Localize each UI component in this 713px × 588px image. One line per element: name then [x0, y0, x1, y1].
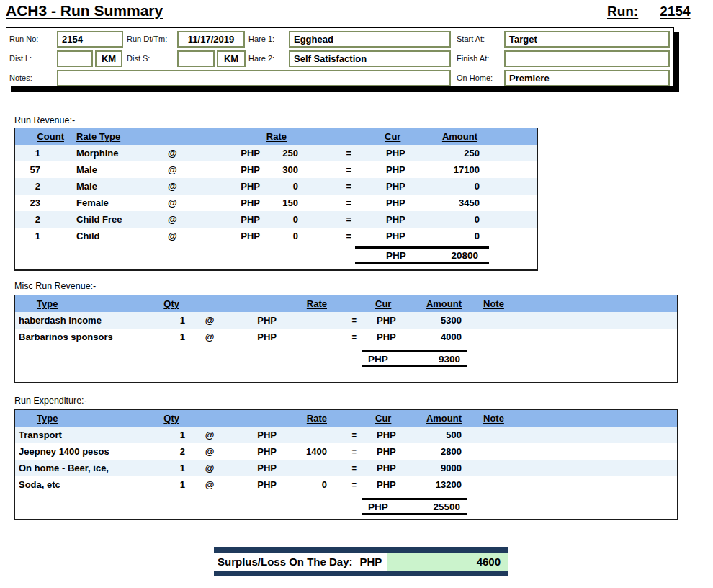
type-cell: Child Free	[66, 214, 166, 225]
revenue-row: 2 Male @ PHP 0 = PHP 0	[15, 178, 537, 195]
equals-cell: =	[300, 197, 372, 208]
currency-cell: PHP	[375, 315, 415, 326]
revenue-row: 23 Female @ PHP 150 = PHP 3450	[15, 195, 537, 211]
misc-header-amount: Amount	[415, 298, 462, 309]
qty-cell: 1	[138, 315, 188, 326]
currency-cell: PHP	[372, 164, 411, 175]
revenue-total-amount: 20800	[451, 250, 478, 261]
at-cell: @	[188, 479, 231, 490]
qty-cell: 2	[138, 446, 188, 457]
misc-header-cur: Cur	[375, 298, 415, 309]
expenditure-row: Transport 1 @ PHP = PHP 500	[15, 427, 677, 443]
currency-cell: PHP	[375, 446, 415, 457]
amount-cell: 4000	[415, 331, 462, 342]
count-cell: 2	[15, 214, 66, 225]
currency-cell: PHP	[372, 197, 411, 208]
revenue-header-type: Rate Type	[66, 131, 166, 142]
amount-cell: 0	[411, 181, 480, 192]
at-cell: @	[166, 214, 210, 225]
run-reference-label: Run:	[607, 4, 638, 19]
expenditure-header-amount: Amount	[415, 413, 462, 424]
qty-cell: 1	[138, 331, 188, 342]
run-header-box: Run No: 2154 Run Dt/Tm: 11/17/2019 Hare …	[6, 27, 674, 86]
misc-total-amount: 9300	[439, 354, 460, 365]
misc-header-note: Note	[462, 298, 677, 309]
qty-cell: 1	[138, 463, 188, 473]
run-dt-label: Run Dt/Tm:	[127, 35, 167, 43]
expenditure-header-row: Type Qty Rate Cur Amount Note	[15, 410, 677, 427]
misc-section-label: Misc Run Revenue:-	[14, 281, 96, 291]
rate-currency-cell: PHP	[231, 446, 285, 457]
misc-header-rate: Rate	[285, 298, 328, 309]
type-cell: Child	[66, 231, 166, 241]
equals-cell: =	[300, 164, 372, 175]
run-reference-number: 2154	[660, 4, 690, 19]
type-cell: Transport	[15, 429, 138, 440]
equals-cell: =	[328, 463, 375, 473]
misc-header-row: Type Qty Rate Cur Amount Note	[15, 295, 677, 312]
revenue-header-count: Count	[15, 131, 66, 142]
start-at-input[interactable]: Target	[504, 31, 670, 48]
equals-cell: =	[328, 331, 375, 342]
run-no-label: Run No:	[9, 35, 38, 43]
rate-currency-cell: PHP	[210, 214, 260, 225]
revenue-header-cur: Cur	[372, 131, 411, 142]
qty-cell: 1	[138, 479, 188, 490]
hare2-input[interactable]: Self Satisfaction	[289, 50, 451, 67]
at-cell: @	[166, 164, 210, 175]
rate-currency-cell: PHP	[231, 315, 285, 326]
finish-at-label: Finish At:	[457, 54, 489, 63]
misc-total: PHP 9300	[362, 350, 467, 368]
at-cell: @	[188, 331, 231, 342]
run-reference: Run: 2154	[607, 4, 691, 19]
hare2-label: Hare 2:	[248, 54, 274, 63]
type-cell: Male	[66, 164, 166, 175]
type-cell: Morphine	[66, 148, 166, 159]
amount-cell: 250	[411, 148, 480, 159]
currency-cell: PHP	[372, 148, 411, 159]
type-cell: Female	[66, 197, 166, 208]
currency-cell: PHP	[375, 429, 415, 440]
run-no-input[interactable]: 2154	[57, 31, 123, 48]
amount-cell: 500	[415, 429, 462, 440]
misc-header-type: Type	[15, 298, 138, 309]
notes-input[interactable]	[57, 70, 451, 86]
on-home-label: On Home:	[457, 74, 493, 82]
expenditure-header-cur: Cur	[375, 413, 415, 424]
rate-currency-cell: PHP	[210, 148, 260, 159]
rate-currency-cell: PHP	[210, 231, 260, 241]
count-cell: 23	[15, 197, 66, 208]
misc-revenue-table: Type Qty Rate Cur Amount Note haberdash …	[14, 295, 678, 383]
on-home-input[interactable]: Premiere	[504, 70, 670, 86]
finish-at-input[interactable]	[504, 50, 670, 67]
expenditure-header-qty: Qty	[138, 413, 188, 424]
surplus-loss-bar: Surplus/Loss On The Day: PHP 4600	[214, 547, 508, 576]
revenue-section-label: Run Revenue:-	[14, 115, 75, 125]
surplus-label: Surplus/Loss On The Day:	[214, 556, 353, 568]
amount-cell: 13200	[415, 479, 462, 490]
amount-cell: 0	[411, 231, 480, 241]
expenditure-table: Type Qty Rate Cur Amount Note Transport …	[14, 409, 678, 520]
run-dt-input[interactable]: 11/17/2019	[177, 31, 245, 48]
surplus-amount: 4600	[387, 553, 508, 571]
rate-cell: 300	[260, 164, 300, 175]
expenditure-total-currency: PHP	[368, 502, 388, 512]
dist-s-label: Dist S:	[127, 54, 150, 63]
type-cell: Barbarinos sponsors	[15, 331, 138, 342]
revenue-row: 2 Child Free @ PHP 0 = PHP 0	[15, 211, 537, 228]
at-cell: @	[166, 231, 210, 241]
misc-row: haberdash income 1 @ PHP = PHP 5300	[15, 312, 677, 329]
at-cell: @	[166, 148, 210, 159]
start-at-label: Start At:	[457, 35, 485, 43]
amount-cell: 5300	[415, 315, 462, 326]
misc-header-qty: Qty	[138, 298, 188, 309]
equals-cell: =	[300, 148, 372, 159]
dist-s-input[interactable]	[177, 50, 215, 67]
at-cell: @	[188, 463, 231, 473]
at-cell: @	[166, 181, 210, 192]
hare1-input[interactable]: Egghead	[289, 31, 451, 48]
count-cell: 1	[15, 148, 66, 159]
dist-l-input[interactable]	[57, 50, 93, 67]
type-cell: Male	[66, 181, 166, 192]
type-cell: haberdash income	[15, 315, 138, 326]
